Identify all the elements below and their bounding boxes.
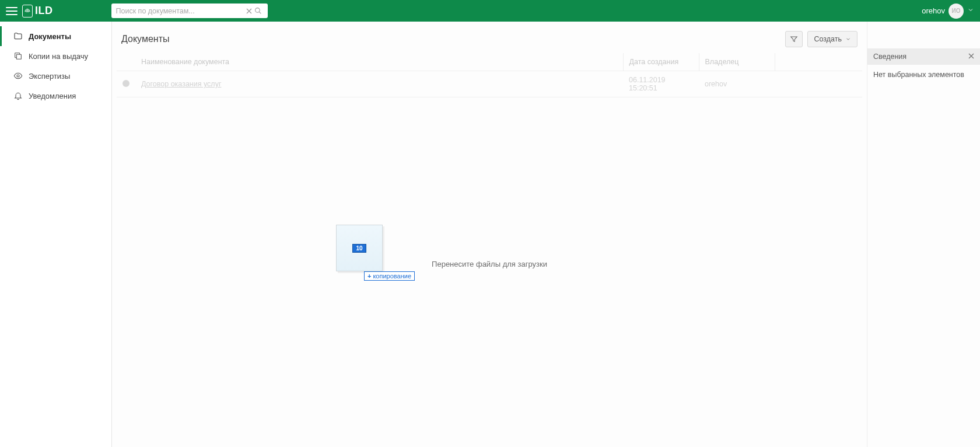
sidebar: Документы Копии на выдачу Экспертизы Уве… — [0, 22, 112, 447]
dropzone-hint: Перенесите файлы для загрузки — [112, 260, 867, 268]
search-input[interactable] — [116, 7, 244, 15]
drag-preview: 10 — [336, 225, 383, 271]
create-button[interactable]: Создать — [807, 31, 858, 47]
fingerprint-icon — [22, 5, 33, 18]
bell-icon — [13, 91, 23, 100]
user-menu[interactable]: orehov ИО — [922, 4, 974, 19]
eye-icon — [13, 71, 23, 81]
details-empty-text: Нет выбранных элементов — [867, 65, 980, 85]
brand-logo[interactable]: ILD — [22, 5, 53, 18]
app-header: ILD orehov ИО — [0, 0, 980, 22]
user-name: orehov — [922, 6, 945, 15]
chevron-down-icon[interactable] — [967, 6, 974, 15]
details-title: Сведения — [873, 53, 907, 61]
create-button-label: Создать — [814, 35, 842, 43]
drag-action-label: + копирование — [364, 271, 415, 281]
chevron-down-icon — [845, 36, 851, 42]
copy-icon — [13, 51, 23, 61]
sidebar-item-label: Документы — [29, 32, 71, 41]
filter-icon — [790, 35, 798, 43]
svg-point-2 — [17, 75, 19, 77]
menu-toggle-button[interactable] — [6, 5, 18, 17]
page-title: Документы — [121, 34, 169, 44]
document-link[interactable]: Договор оказания услуг — [141, 80, 221, 88]
svg-point-0 — [256, 8, 260, 13]
sidebar-item-label: Уведомления — [29, 92, 76, 100]
sidebar-item-copies[interactable]: Копии на выдачу — [0, 46, 111, 66]
cell-created: 06.11.2019 15:20:51 — [623, 71, 699, 97]
column-created[interactable]: Дата создания — [623, 53, 699, 71]
table-row[interactable]: Договор оказания услуг 06.11.2019 15:20:… — [117, 71, 862, 97]
documents-table: Наименование документа Дата создания Вла… — [117, 53, 862, 97]
plus-icon: + — [368, 273, 371, 280]
svg-rect-1 — [16, 54, 21, 59]
drag-count-badge: 10 — [352, 244, 366, 253]
column-name[interactable]: Наименование документа — [135, 53, 623, 71]
search-box — [111, 4, 268, 18]
filter-button[interactable] — [785, 31, 803, 47]
sidebar-item-notifications[interactable]: Уведомления — [0, 86, 111, 106]
search-clear-button[interactable] — [244, 6, 254, 16]
brand-name: ILD — [35, 5, 53, 17]
content-area: Документы Создать Наименование документа — [112, 22, 867, 447]
folder-icon — [13, 32, 23, 41]
sidebar-item-label: Экспертизы — [29, 72, 70, 81]
avatar: ИО — [949, 4, 964, 19]
status-dot-icon — [123, 80, 130, 87]
search-icon[interactable] — [254, 6, 263, 16]
details-panel: Сведения Нет выбранных элементов — [867, 22, 980, 447]
sidebar-item-label: Копии на выдачу — [29, 52, 88, 61]
sidebar-item-documents[interactable]: Документы — [0, 26, 111, 46]
close-icon[interactable] — [968, 53, 974, 61]
cell-owner: orehov — [699, 71, 775, 97]
column-owner[interactable]: Владелец — [699, 53, 775, 71]
sidebar-item-expertise[interactable]: Экспертизы — [0, 66, 111, 86]
